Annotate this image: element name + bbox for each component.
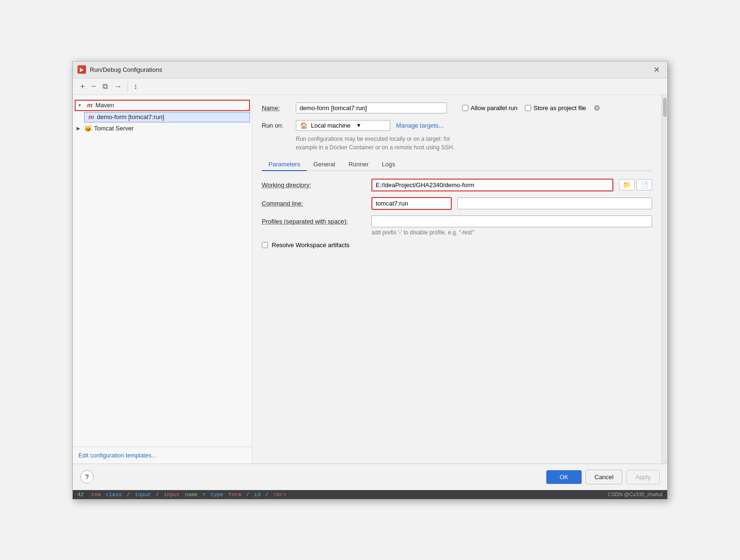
toolbar-separator — [128, 82, 128, 91]
working-directory-row: Working directory: 📁 📄 — [262, 179, 652, 191]
code-attr5: name — [185, 491, 198, 498]
tree-chevron-tomcat: ▶ — [77, 126, 82, 131]
run-desc-line1: Run configurations may be executed local… — [296, 136, 450, 142]
app-icon: ▶ — [77, 65, 86, 74]
command-line-input[interactable] — [371, 197, 452, 210]
move-config-button[interactable]: → — [112, 80, 125, 93]
run-description: Run configurations may be executed local… — [296, 135, 652, 152]
add-config-button[interactable]: + — [77, 80, 87, 93]
store-project-checkbox-label[interactable]: Store as project file — [525, 104, 586, 112]
config-tree: ▾ m Maven m demo-form [tomcat7:run] ▶ 🐱 … — [73, 95, 252, 447]
browse-folder-button[interactable]: 📁 — [619, 179, 635, 190]
code-sep5: / — [265, 491, 268, 498]
local-machine-text: Local machine — [311, 122, 351, 129]
command-line-label: Command line: — [262, 200, 366, 207]
sort-config-button[interactable]: ↕ — [131, 80, 140, 93]
profiles-hint: add prefix '-' to disable profile, e.g. … — [371, 229, 652, 236]
manage-targets-link[interactable]: Manage targets... — [396, 122, 444, 129]
profiles-row: Profiles (separated with space): — [262, 215, 652, 227]
resolve-workspace-row: Resolve Workspace artifacts — [262, 241, 652, 249]
code-attr7: form — [228, 491, 241, 498]
browse-file-button[interactable]: 📄 — [637, 179, 652, 190]
tab-logs[interactable]: Logs — [375, 158, 402, 171]
main-content: ▾ m Maven m demo-form [tomcat7:run] ▶ 🐱 … — [73, 95, 667, 464]
tabs-bar: Parameters General Runner Logs — [262, 158, 652, 171]
sidebar: ▾ m Maven m demo-form [tomcat7:run] ▶ 🐱 … — [73, 95, 252, 464]
profiles-label: Profiles (separated with space): — [262, 218, 366, 225]
status-watermark: CSDN @Cx330_zhahul — [608, 491, 663, 497]
store-project-checkbox[interactable] — [525, 105, 531, 111]
tomcat-label: Tomcat Server — [94, 125, 134, 132]
allow-parallel-text: Allow parallel run — [471, 104, 517, 112]
code-sep4: / — [246, 491, 250, 498]
allow-parallel-row: Allow parallel run Store as project file… — [462, 103, 652, 112]
demo-form-label: demo-form [tomcat7:run] — [97, 113, 164, 121]
command-line-row: Command line: — [262, 197, 652, 210]
dialog-footer: ? OK Cancel Apply — [73, 464, 667, 490]
sidebar-item-demo-form[interactable]: m demo-form [tomcat7:run] — [84, 112, 250, 122]
help-button[interactable]: ? — [80, 470, 94, 483]
name-input[interactable] — [296, 103, 447, 113]
allow-parallel-checkbox-label[interactable]: Allow parallel run — [462, 104, 517, 112]
run-on-row: Run on: 🏠 Local machine ▼ Manage targets… — [262, 120, 652, 131]
scrollthumb[interactable] — [663, 98, 667, 117]
run-desc-line2: example in a Docker Container or on a re… — [296, 144, 455, 151]
maven-icon: m — [86, 102, 94, 109]
line-number: 42 — [77, 491, 84, 497]
gear-icon[interactable]: ⚙ — [594, 103, 600, 112]
name-label: Name: — [262, 104, 290, 112]
resolve-workspace-checkbox[interactable] — [262, 242, 268, 248]
store-project-text: Store as project file — [533, 104, 586, 112]
profiles-input[interactable] — [371, 215, 652, 227]
code-attr3: input — [135, 491, 151, 498]
sidebar-item-tomcat[interactable]: ▶ 🐱 Tomcat Server — [73, 123, 252, 134]
sidebar-item-maven[interactable]: ▾ m Maven — [75, 100, 250, 111]
run-on-dropdown[interactable]: 🏠 Local machine ▼ — [296, 120, 390, 131]
right-panel-wrapper: Name: Allow parallel run Store as projec… — [252, 95, 667, 464]
right-panel: Name: Allow parallel run Store as projec… — [252, 95, 662, 464]
code-sep: / — [127, 491, 130, 498]
titlebar: ▶ Run/Debug Configurations ✕ — [73, 61, 667, 78]
apply-button[interactable]: Apply — [626, 470, 660, 484]
working-directory-actions: 📁 📄 — [619, 179, 652, 190]
resolve-workspace-label: Resolve Workspace artifacts — [272, 241, 350, 249]
dialog-title: Run/Debug Configurations — [90, 66, 647, 73]
run-on-label: Run on: — [262, 122, 290, 129]
tree-chevron-maven: ▾ — [78, 103, 84, 108]
code-attr-span: tea — [91, 491, 101, 498]
code-attr8: id — [254, 491, 261, 498]
tab-runner[interactable]: Runner — [342, 158, 375, 171]
close-button[interactable]: ✕ — [651, 64, 663, 75]
ok-button[interactable]: OK — [546, 470, 582, 484]
working-directory-label: Working directory: — [262, 181, 366, 189]
home-icon: 🏠 — [300, 122, 308, 129]
command-line-rest-input[interactable] — [457, 198, 652, 209]
copy-config-button[interactable]: ⧉ — [100, 80, 111, 93]
name-row: Name: Allow parallel run Store as projec… — [262, 103, 652, 113]
scrolltrack — [662, 95, 667, 464]
code-sep2: / — [155, 491, 159, 498]
dropdown-arrow-icon: ▼ — [356, 122, 361, 128]
edit-templates-link[interactable]: Edit configuration templates... — [78, 452, 156, 459]
allow-parallel-checkbox[interactable] — [462, 105, 468, 111]
code-attr6: type — [210, 491, 224, 498]
code-attr2: class — [106, 491, 122, 498]
sidebar-footer: Edit configuration templates... — [73, 447, 252, 464]
code-attr4: input — [163, 491, 180, 498]
working-directory-input[interactable] — [371, 179, 613, 191]
tab-general[interactable]: General — [307, 158, 342, 171]
tomcat-icon: 🐱 — [84, 125, 92, 132]
remove-config-button[interactable]: − — [88, 80, 98, 93]
maven-label: Maven — [95, 102, 114, 109]
toolbar: + − ⧉ → ↕ — [73, 78, 667, 95]
statusbar: 42 tea class / input / input name = type… — [73, 490, 667, 499]
tab-parameters[interactable]: Parameters — [262, 158, 307, 171]
code-sep3: = — [202, 491, 206, 498]
code-snippets: tea class / input / input name = type fo… — [91, 491, 286, 498]
code-tag-span: <br> — [273, 491, 286, 498]
cancel-button[interactable]: Cancel — [585, 470, 622, 484]
maven-child-icon: m — [87, 113, 95, 121]
